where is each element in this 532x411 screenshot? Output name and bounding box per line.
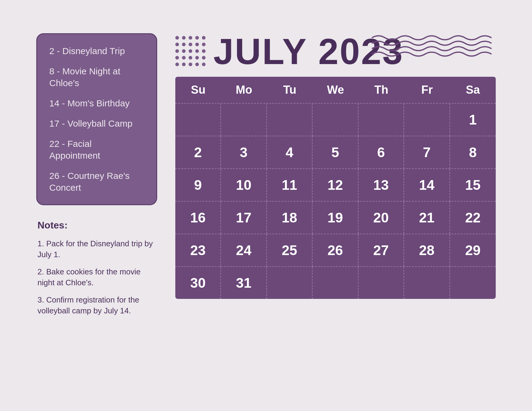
calendar-day-4-6: 21	[404, 202, 450, 234]
calendar-day-6-4	[313, 267, 358, 299]
calendar-header-row: Su Mo Tu We Th Fr Sa	[175, 77, 496, 103]
calendar-section: JULY 2023 Su Mo Tu We Th Fr Sa 123456789…	[175, 27, 496, 299]
calendar-day-5-1: 23	[175, 234, 221, 266]
calendar-day-3-6: 14	[404, 169, 450, 201]
calendar-day-3-2: 10	[221, 169, 267, 201]
calendar-day-1-2	[221, 104, 267, 136]
calendar-day-5-5: 27	[358, 234, 404, 266]
calendar-day-1-5	[358, 104, 404, 136]
calendar-day-5-2: 24	[221, 234, 267, 266]
calendar-day-2-1: 2	[175, 136, 221, 168]
day-header-sa: Sa	[450, 77, 496, 103]
calendar-day-4-2: 17	[221, 202, 267, 234]
wavy-decoration	[369, 33, 496, 60]
sidebar: 2 - Disneyland Trip 8 - Movie Night at C…	[36, 27, 157, 322]
calendar-day-3-4: 12	[313, 169, 358, 201]
note-item-2: 2. Bake cookies for the movie night at C…	[37, 266, 156, 288]
calendar-day-5-7: 29	[450, 234, 496, 266]
calendar-day-4-5: 20	[358, 202, 404, 234]
calendar-day-3-5: 13	[358, 169, 404, 201]
events-box: 2 - Disneyland Trip 8 - Movie Night at C…	[36, 33, 157, 205]
note-item-1: 1. Pack for the Disneyland trip by July …	[37, 238, 156, 260]
calendar-day-3-3: 11	[267, 169, 313, 201]
day-header-tu: Tu	[267, 77, 313, 103]
calendar-day-1-1	[175, 104, 221, 136]
calendar-grid: Su Mo Tu We Th Fr Sa 1234567891011121314…	[175, 77, 496, 299]
calendar-day-4-4: 19	[313, 202, 358, 234]
day-header-fr: Fr	[404, 77, 450, 103]
calendar-day-6-7	[450, 267, 496, 299]
notes-section: Notes: 1. Pack for the Disneyland trip b…	[36, 220, 157, 322]
notes-title: Notes:	[37, 220, 156, 231]
event-item-4: 17 - Volleyball Camp	[49, 118, 144, 129]
event-item-5: 22 - Facial Appointment	[49, 138, 144, 161]
top-section: 2 - Disneyland Trip 8 - Movie Night at C…	[36, 27, 496, 384]
calendar-body: 1234567891011121314151617181920212223242…	[175, 103, 496, 299]
calendar-day-4-7: 22	[450, 202, 496, 234]
calendar-day-2-5: 6	[358, 136, 404, 168]
event-item-3: 14 - Mom's Birthday	[49, 97, 144, 109]
calendar-day-1-7: 1	[450, 104, 496, 136]
calendar-day-1-6	[404, 104, 450, 136]
event-item-1: 2 - Disneyland Trip	[49, 45, 144, 57]
event-item-6: 26 - Courtney Rae's Concert	[49, 170, 144, 193]
page: 2 - Disneyland Trip 8 - Movie Night at C…	[36, 27, 496, 384]
calendar-day-2-4: 5	[313, 136, 358, 168]
calendar-day-6-5	[358, 267, 404, 299]
calendar-day-3-7: 15	[450, 169, 496, 201]
event-item-2: 8 - Movie Night at Chloe's	[49, 65, 144, 89]
calendar-day-5-6: 28	[404, 234, 450, 266]
calendar-day-2-3: 4	[267, 136, 313, 168]
calendar-day-5-4: 26	[313, 234, 358, 266]
day-header-mo: Mo	[221, 77, 267, 103]
day-header-th: Th	[358, 77, 404, 103]
calendar-day-6-2: 31	[221, 267, 267, 299]
calendar-day-6-1: 30	[175, 267, 221, 299]
calendar-day-2-6: 7	[404, 136, 450, 168]
calendar-week-3: 9101112131415	[175, 168, 496, 201]
calendar-week-6: 3031	[175, 266, 496, 299]
calendar-day-2-2: 3	[221, 136, 267, 168]
calendar-week-4: 16171819202122	[175, 201, 496, 234]
day-header-we: We	[313, 77, 358, 103]
calendar-week-2: 2345678	[175, 136, 496, 168]
dot-grid	[175, 36, 206, 67]
calendar-day-6-3	[267, 267, 313, 299]
calendar-day-1-4	[313, 104, 358, 136]
note-item-3: 3. Confirm registration for the volleyba…	[37, 294, 156, 316]
calendar-day-6-6	[404, 267, 450, 299]
calendar-day-4-3: 18	[267, 202, 313, 234]
calendar-day-5-3: 25	[267, 234, 313, 266]
calendar-week-5: 23242526272829	[175, 234, 496, 266]
calendar-day-1-3	[267, 104, 313, 136]
calendar-week-1: 1	[175, 103, 496, 136]
calendar-day-2-7: 8	[450, 136, 496, 168]
calendar-day-4-1: 16	[175, 202, 221, 234]
calendar-day-3-1: 9	[175, 169, 221, 201]
day-header-su: Su	[175, 77, 221, 103]
